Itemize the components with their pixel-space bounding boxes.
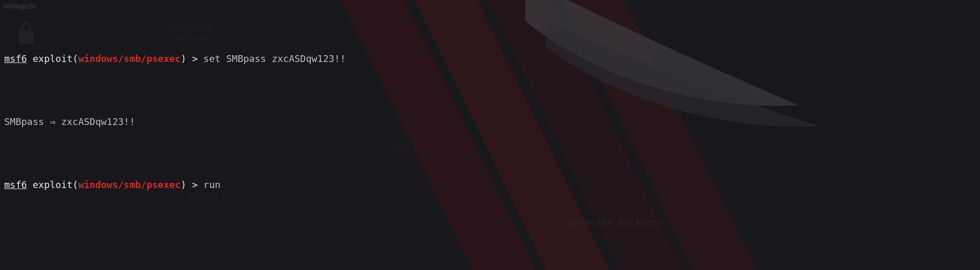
echo-line: SMBpass ⇒ zxcASDqw123!!	[4, 116, 976, 128]
msf-prefix: msf6	[4, 53, 27, 64]
module-path: windows/smb/psexec	[78, 53, 181, 64]
arrow-icon: ⇒	[50, 116, 56, 127]
prompt-line: msf6 exploit(windows/smb/psexec) > run	[4, 179, 976, 191]
background-tab-ghost: WeblogicSc	[3, 0, 36, 13]
terminal-output[interactable]: msf6 exploit(windows/smb/psexec) > set S…	[0, 0, 980, 270]
blank-line	[4, 229, 976, 242]
command-text: set SMBpass zxcASDqw123!!	[203, 53, 346, 64]
prompt-line: msf6 exploit(windows/smb/psexec) > set S…	[4, 53, 976, 65]
